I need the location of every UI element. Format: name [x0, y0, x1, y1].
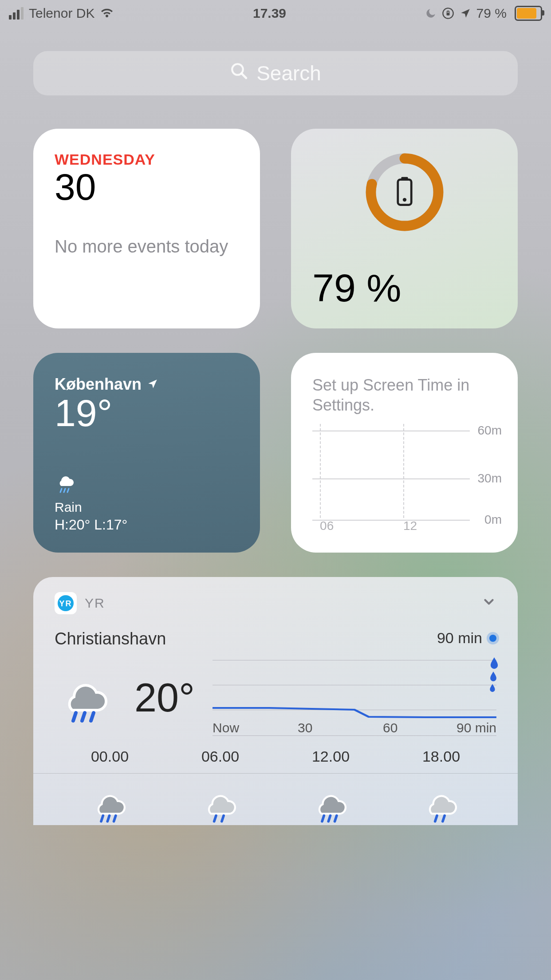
svg-line-9 — [60, 489, 62, 492]
svg-line-26 — [442, 816, 444, 822]
yr-app-name: YR — [85, 596, 105, 611]
calendar-widget[interactable]: WEDNESDAY 30 No more events today — [33, 129, 260, 328]
live-dot-icon — [489, 635, 496, 642]
yr-location: Christianshavn — [55, 629, 166, 648]
yr-app-icon: YR — [55, 592, 77, 614]
svg-rect-1 — [446, 13, 449, 16]
rain-cloud-icon — [55, 670, 117, 725]
calendar-date: 30 — [55, 166, 239, 209]
screentime-widget[interactable]: Set up Screen Time in Settings. 60m 30m … — [291, 353, 518, 553]
chevron-down-icon[interactable] — [481, 594, 496, 612]
svg-line-19 — [114, 816, 115, 822]
yr-precip-chart: Now 30 60 90 min — [213, 660, 496, 735]
svg-rect-8 — [401, 177, 408, 180]
location-icon — [460, 8, 471, 19]
svg-line-14 — [73, 713, 76, 721]
yr-widget[interactable]: YR YR Christianshavn 90 min 20° — [33, 577, 518, 825]
do-not-disturb-icon — [425, 8, 437, 19]
orientation-lock-icon — [442, 7, 454, 20]
svg-line-15 — [82, 713, 85, 721]
calendar-events-message: No more events today — [55, 235, 239, 257]
rain-cloud-icon — [198, 785, 243, 825]
svg-line-18 — [107, 816, 109, 822]
svg-line-11 — [67, 489, 69, 492]
screentime-message: Set up Screen Time in Settings. — [312, 375, 496, 415]
svg-line-20 — [214, 816, 216, 822]
yr-temp: 20° — [134, 675, 195, 721]
search-placeholder: Search — [256, 61, 321, 85]
svg-line-25 — [435, 816, 437, 822]
svg-line-22 — [322, 816, 324, 822]
clock: 17.39 — [114, 6, 425, 21]
svg-line-17 — [101, 816, 103, 822]
svg-line-3 — [241, 73, 246, 78]
weather-widget[interactable]: København 19° Rain H:20° L:17° — [33, 353, 260, 553]
yr-range: 90 min — [437, 629, 496, 647]
status-bar: Telenor DK 17.39 79 % — [0, 0, 551, 27]
svg-line-23 — [328, 816, 330, 822]
battery-icon — [512, 6, 542, 21]
screentime-chart: 60m 30m 0m 06 12 — [312, 424, 502, 533]
battery-ring-icon — [362, 150, 447, 236]
svg-line-10 — [64, 489, 65, 492]
spotlight-search[interactable]: Search — [33, 51, 518, 95]
battery-widget[interactable]: 79 % — [291, 129, 518, 328]
carrier-label: Telenor DK — [29, 6, 94, 21]
battery-percent: 79 % — [312, 265, 401, 311]
search-icon — [230, 61, 248, 85]
rain-cloud-icon — [55, 474, 127, 497]
yr-hourly-icons — [55, 785, 496, 825]
svg-text:YR: YR — [59, 599, 72, 608]
rain-cloud-icon — [419, 785, 464, 825]
svg-point-7 — [402, 198, 406, 202]
yr-hourly-labels: 00.00 06.00 12.00 18.00 — [55, 748, 496, 765]
rain-cloud-icon — [88, 785, 132, 825]
svg-line-24 — [335, 816, 336, 822]
location-arrow-icon — [147, 375, 158, 394]
rain-cloud-icon — [309, 785, 353, 825]
weather-condition: Rain — [55, 500, 127, 515]
battery-percent-label: 79 % — [476, 6, 507, 21]
svg-line-16 — [91, 713, 94, 721]
svg-line-21 — [221, 816, 223, 822]
wifi-icon — [100, 8, 114, 19]
weather-temp: 19° — [55, 391, 239, 435]
signal-bars-icon — [9, 7, 24, 20]
weather-hi-lo: H:20° L:17° — [55, 517, 127, 533]
